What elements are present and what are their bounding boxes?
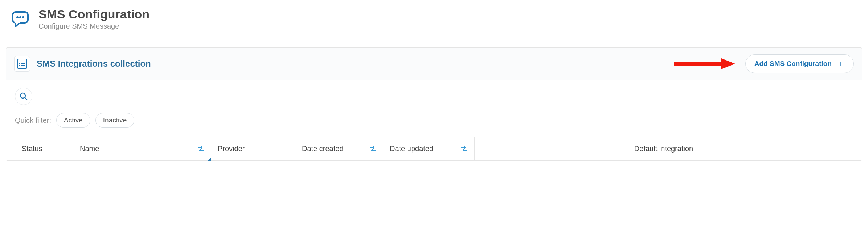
filter-icon[interactable]	[460, 145, 468, 153]
search-button[interactable]	[15, 88, 32, 105]
page-title: SMS Configuration	[38, 7, 150, 21]
column-resize-indicator[interactable]	[208, 157, 211, 161]
svg-rect-23	[372, 149, 373, 151]
plus-icon: ＋	[837, 58, 845, 69]
search-icon	[19, 92, 28, 101]
panel-title: SMS Integrations collection	[37, 59, 151, 69]
filter-chip-inactive[interactable]: Inactive	[95, 113, 134, 128]
sms-bubble-icon	[10, 9, 30, 29]
svg-rect-21	[373, 146, 374, 149]
column-header-default-integration[interactable]: Default integration	[475, 137, 853, 160]
svg-rect-25	[464, 146, 465, 149]
svg-rect-17	[201, 146, 202, 149]
table-header-row: Status Name Provider Date cr	[15, 137, 853, 160]
column-label: Provider	[218, 145, 245, 153]
svg-rect-1	[15, 21, 20, 23]
page-header: SMS Configuration Configure SMS Message	[0, 0, 868, 38]
page-title-block: SMS Configuration Configure SMS Message	[38, 7, 150, 30]
quick-filter-label: Quick filter:	[15, 116, 51, 125]
svg-point-2	[16, 16, 19, 18]
panel-header: SMS Integrations collection Add SMS Conf…	[6, 48, 862, 80]
column-header-provider[interactable]: Provider	[211, 137, 295, 160]
filter-icon[interactable]	[197, 145, 204, 153]
svg-point-3	[19, 16, 21, 18]
annotation-arrow-icon	[673, 58, 735, 70]
column-header-name[interactable]: Name	[73, 137, 211, 160]
add-sms-configuration-button[interactable]: Add SMS Configuration ＋	[745, 54, 854, 73]
column-label: Date updated	[390, 145, 433, 153]
svg-line-15	[25, 97, 27, 100]
panel-header-left: SMS Integrations collection	[14, 56, 151, 72]
svg-marker-13	[721, 58, 735, 69]
column-label: Status	[22, 145, 42, 153]
column-label: Name	[80, 145, 99, 153]
add-button-label: Add SMS Configuration	[754, 60, 832, 68]
page-subtitle: Configure SMS Message	[38, 22, 150, 30]
list-icon	[14, 56, 30, 72]
column-header-date-updated[interactable]: Date updated	[383, 137, 475, 160]
panel-body: Quick filter: Active Inactive Status Nam…	[6, 80, 862, 160]
filter-icon[interactable]	[369, 145, 376, 153]
integrations-table: Status Name Provider Date cr	[15, 137, 853, 160]
svg-rect-19	[200, 149, 201, 151]
svg-rect-27	[463, 149, 464, 151]
filter-chip-active[interactable]: Active	[56, 113, 90, 128]
column-header-date-created[interactable]: Date created	[295, 137, 383, 160]
column-label: Default integration	[634, 145, 693, 153]
column-label: Date created	[302, 145, 344, 153]
svg-point-4	[22, 16, 24, 18]
column-header-status[interactable]: Status	[15, 137, 73, 160]
sms-integrations-panel: SMS Integrations collection Add SMS Conf…	[6, 47, 862, 161]
quick-filter-row: Quick filter: Active Inactive	[15, 113, 853, 128]
